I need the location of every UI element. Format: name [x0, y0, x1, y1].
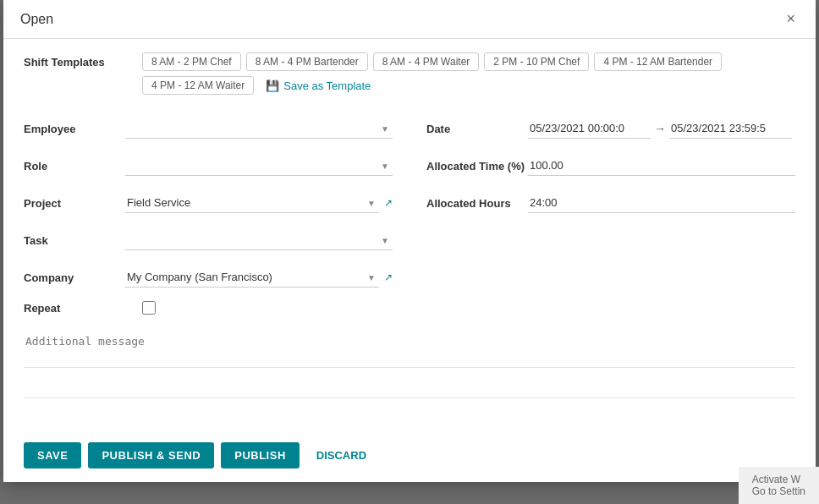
company-row: Company My Company (San Francisco) ▼ ↗	[24, 264, 393, 291]
date-row: Date →	[426, 115, 795, 142]
project-select[interactable]: Field Service	[125, 193, 379, 213]
date-start-input[interactable]	[528, 118, 651, 139]
company-select[interactable]: My Company (San Francisco)	[125, 267, 379, 288]
template-badge[interactable]: 8 AM - 2 PM Chef	[142, 52, 241, 71]
allocated-hours-value: 24:00	[528, 193, 795, 213]
template-badge[interactable]: 4 PM - 12 AM Bartender	[594, 52, 722, 71]
project-select-wrapper[interactable]: Field Service ▼	[125, 193, 379, 213]
watermark: Activate W Go to Settin	[739, 467, 819, 504]
publish-button[interactable]: PUBLISH	[221, 442, 300, 468]
date-arrow-icon: →	[654, 122, 666, 135]
role-select[interactable]	[125, 156, 393, 176]
employee-row: Employee ▼	[24, 115, 393, 142]
discard-button[interactable]: DISCARD	[306, 442, 377, 468]
allocated-hours-row: Allocated Hours 24:00	[426, 189, 795, 216]
task-label: Task	[24, 234, 125, 247]
repeat-checkbox[interactable]	[142, 301, 156, 315]
modal-title: Open	[20, 12, 53, 27]
company-control: My Company (San Francisco) ▼ ↗	[125, 267, 393, 288]
role-label: Role	[24, 160, 125, 173]
save-as-template-button[interactable]: 💾Save as Template	[266, 79, 371, 92]
shift-templates-label: Shift Templates	[24, 52, 142, 68]
modal-close-button[interactable]: ×	[783, 10, 799, 28]
allocated-time-label: Allocated Time (%)	[426, 160, 528, 173]
modal-header: Open ×	[3, 0, 816, 39]
role-control: ▼	[125, 156, 393, 176]
form-divider	[24, 397, 795, 398]
employee-select[interactable]	[125, 118, 393, 139]
shift-templates-section: Shift Templates 8 AM - 2 PM Chef8 AM - 4…	[24, 52, 795, 95]
date-label: Date	[426, 123, 528, 135]
task-select[interactable]	[125, 230, 393, 250]
project-label: Project	[24, 197, 125, 210]
project-control: Field Service ▼ ↗	[125, 193, 393, 213]
modal-body: Shift Templates 8 AM - 2 PM Chef8 AM - 4…	[3, 39, 816, 432]
modal-overlay: Open × Shift Templates 8 AM - 2 PM Chef8…	[0, 0, 819, 504]
company-select-wrapper[interactable]: My Company (San Francisco) ▼	[125, 267, 379, 288]
employee-select-wrapper[interactable]: ▼	[125, 118, 393, 139]
save-button[interactable]: SAVE	[24, 442, 81, 468]
form-right: Date → Allocated Time (%) 100.00	[426, 115, 795, 301]
modal-footer: SAVE PUBLISH & SEND PUBLISH DISCARD	[3, 432, 816, 482]
template-badge[interactable]: 8 AM - 4 PM Waiter	[373, 52, 480, 71]
shift-templates-list: 8 AM - 2 PM Chef8 AM - 4 PM Bartender8 A…	[142, 52, 795, 95]
repeat-row: Repeat	[24, 301, 795, 315]
date-end-input[interactable]	[669, 118, 792, 139]
role-row: Role ▼	[24, 152, 393, 179]
employee-control: ▼	[125, 118, 393, 139]
project-row: Project Field Service ▼ ↗	[24, 189, 393, 216]
date-control: →	[528, 118, 795, 139]
company-label: Company	[24, 271, 125, 284]
publish-send-button[interactable]: PUBLISH & SEND	[88, 442, 214, 468]
allocated-time-row: Allocated Time (%) 100.00	[426, 152, 795, 179]
template-badge[interactable]: 2 PM - 10 PM Chef	[484, 52, 589, 71]
repeat-label: Repeat	[24, 302, 142, 315]
save-template-icon: 💾	[266, 79, 279, 92]
template-badge[interactable]: 8 AM - 4 PM Bartender	[246, 52, 368, 71]
role-select-wrapper[interactable]: ▼	[125, 156, 393, 176]
template-badge[interactable]: 4 PM - 12 AM Waiter	[142, 76, 254, 95]
task-row: Task ▼	[24, 227, 393, 254]
task-control: ▼	[125, 230, 393, 250]
project-external-link-icon[interactable]: ↗	[384, 197, 393, 209]
form-left: Employee ▼ Role	[24, 115, 393, 301]
allocated-time-value: 100.00	[528, 156, 795, 176]
modal-dialog: Open × Shift Templates 8 AM - 2 PM Chef8…	[3, 0, 816, 482]
task-select-wrapper[interactable]: ▼	[125, 230, 393, 250]
form-grid: Employee ▼ Role	[24, 115, 795, 301]
allocated-hours-label: Allocated Hours	[426, 197, 528, 210]
additional-message-textarea[interactable]	[24, 328, 795, 368]
employee-label: Employee	[24, 123, 125, 135]
company-external-link-icon[interactable]: ↗	[384, 271, 393, 283]
